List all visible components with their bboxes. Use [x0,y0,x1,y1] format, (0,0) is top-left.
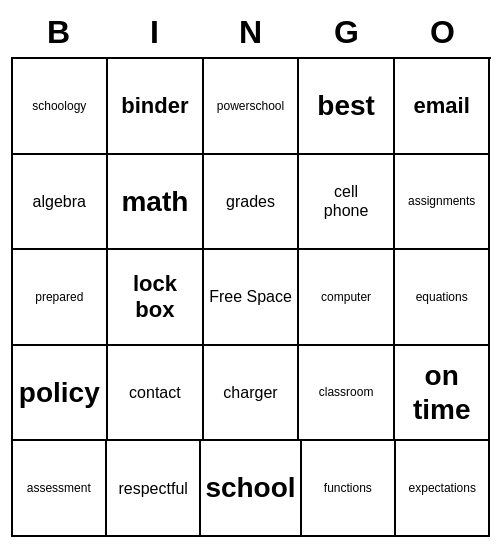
header-letter: G [299,7,395,57]
bingo-card: BINGO schoologybinderpowerschoolbestemai… [11,7,491,537]
cell-label: equations [416,290,468,304]
cell-label: charger [223,383,277,402]
cell-label: schoology [32,99,86,113]
cell-label: policy [19,376,100,410]
cell-label: functions [324,481,372,495]
header-letter: N [203,7,299,57]
cell-label: assessment [27,481,91,495]
bingo-row: preparedlockboxFree Spacecomputerequatio… [13,250,491,346]
header-letter: O [395,7,491,57]
bingo-cell: math [108,155,204,251]
cell-label: assignments [408,194,475,208]
bingo-cell: respectful [107,441,201,537]
cell-label: expectations [409,481,476,495]
cell-label: algebra [33,192,86,211]
bingo-cell: policy [13,346,109,442]
bingo-cell: algebra [13,155,109,251]
bingo-cell: ontime [395,346,491,442]
cell-label: school [205,471,295,505]
bingo-cell: classroom [299,346,395,442]
cell-label: email [414,93,470,119]
bingo-cell: best [299,59,395,155]
cell-label: Free Space [209,287,292,306]
cell-label: computer [321,290,371,304]
bingo-cell: computer [299,250,395,346]
cell-label: classroom [319,385,374,399]
bingo-row: assessmentrespectfulschoolfunctionsexpec… [13,441,491,537]
bingo-cell: email [395,59,491,155]
bingo-cell: functions [302,441,396,537]
bingo-header: BINGO [11,7,491,57]
bingo-cell: school [201,441,301,537]
bingo-row: schoologybinderpowerschoolbestemail [13,59,491,155]
bingo-cell: schoology [13,59,109,155]
bingo-cell: prepared [13,250,109,346]
header-letter: B [11,7,107,57]
cell-label: contact [129,383,181,402]
cell-label: binder [121,93,188,119]
cell-label: powerschool [217,99,284,113]
bingo-cell: expectations [396,441,490,537]
cell-label: math [121,185,188,219]
header-letter: I [107,7,203,57]
bingo-grid: schoologybinderpowerschoolbestemailalgeb… [11,57,491,537]
cell-label: grades [226,192,275,211]
bingo-cell: Free Space [204,250,300,346]
bingo-cell: contact [108,346,204,442]
bingo-row: algebramathgradescellphoneassignments [13,155,491,251]
bingo-cell: cellphone [299,155,395,251]
bingo-cell: grades [204,155,300,251]
cell-label: ontime [413,359,471,426]
bingo-cell: powerschool [204,59,300,155]
bingo-row: policycontactchargerclassroomontime [13,346,491,442]
bingo-cell: equations [395,250,491,346]
bingo-cell: binder [108,59,204,155]
cell-label: prepared [35,290,83,304]
bingo-cell: lockbox [108,250,204,346]
cell-label: respectful [118,479,187,498]
cell-label: lockbox [133,271,177,324]
cell-label: best [317,89,375,123]
bingo-cell: charger [204,346,300,442]
cell-label: cellphone [324,182,369,220]
bingo-cell: assignments [395,155,491,251]
bingo-cell: assessment [13,441,107,537]
